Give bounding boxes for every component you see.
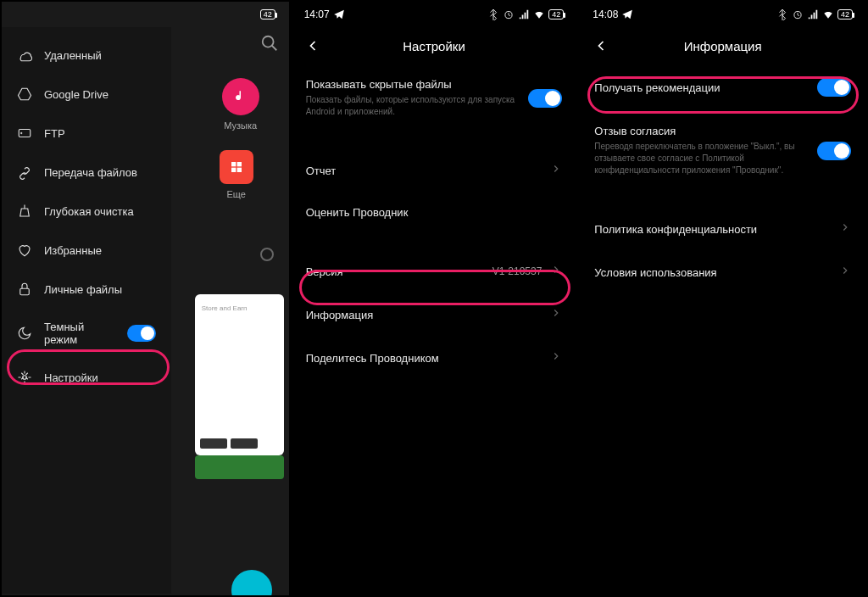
settings-list: Показывать скрытые файлы Показать файлы,… bbox=[291, 64, 578, 380]
row-version[interactable]: Версия V1-210537 bbox=[306, 250, 563, 293]
svg-rect-7 bbox=[236, 162, 241, 166]
action-button[interactable] bbox=[195, 455, 284, 479]
moon-icon bbox=[17, 326, 32, 341]
svg-point-5 bbox=[262, 36, 273, 47]
consent-toggle[interactable] bbox=[817, 142, 851, 160]
chevron-right-icon bbox=[550, 163, 562, 178]
ftp-icon bbox=[17, 126, 32, 141]
promo-card[interactable]: Store and Earn bbox=[195, 294, 284, 455]
back-button[interactable] bbox=[593, 37, 609, 54]
header: Информация bbox=[579, 27, 866, 64]
cloud-icon bbox=[17, 47, 32, 63]
phone-2: 14:07 42 Настройки Показывать скрытые фа… bbox=[291, 2, 578, 595]
drawer-item-darkmode[interactable]: Темный режим bbox=[2, 309, 171, 358]
chevron-right-icon bbox=[550, 264, 562, 279]
drawer-label: Темный режим bbox=[44, 321, 115, 346]
alarm-icon bbox=[792, 8, 804, 20]
drawer-item-private[interactable]: Личные файлы bbox=[2, 270, 171, 309]
drawer-item-ftp[interactable]: FTP bbox=[2, 114, 171, 153]
status-bar: 14:08 42 bbox=[579, 2, 866, 27]
drawer-item-remote[interactable]: Удаленный bbox=[2, 36, 171, 75]
phone-3: 14:08 42 Информация Получать рекомендаци… bbox=[579, 2, 866, 595]
category-music[interactable]: Музыка bbox=[222, 78, 259, 131]
category-label: Музыка bbox=[224, 120, 257, 131]
category-more[interactable]: Еще bbox=[220, 150, 253, 199]
alarm-icon bbox=[503, 8, 515, 20]
row-title: Условия использования bbox=[594, 266, 839, 279]
drawer-menu: Удаленный Google Drive FTP Передача файл… bbox=[2, 27, 171, 594]
row-terms[interactable]: Условия использования bbox=[594, 251, 851, 294]
row-info[interactable]: Информация bbox=[306, 293, 563, 337]
svg-point-2 bbox=[21, 132, 23, 134]
gear-icon bbox=[17, 370, 32, 385]
darkmode-toggle[interactable] bbox=[127, 325, 156, 342]
status-bar: 14:07 42 bbox=[291, 2, 578, 27]
back-button[interactable] bbox=[304, 37, 321, 54]
battery-indicator: 42 bbox=[548, 9, 564, 20]
link-icon bbox=[17, 165, 32, 180]
settings-list: Получать рекомендации Отзыв согласия Пер… bbox=[579, 64, 866, 294]
signal-icon bbox=[807, 8, 819, 20]
telegram-icon bbox=[621, 8, 633, 20]
row-recommendations[interactable]: Получать рекомендации bbox=[594, 64, 851, 111]
chevron-right-icon bbox=[550, 350, 562, 365]
drawer-item-transfer[interactable]: Передача файлов bbox=[2, 153, 171, 192]
drawer-label: Настройки bbox=[44, 371, 98, 384]
clock: 14:07 bbox=[304, 8, 330, 20]
drawer-label: Удаленный bbox=[44, 49, 102, 62]
more-icon bbox=[220, 150, 253, 184]
row-title: Версия bbox=[306, 265, 492, 278]
store-badge bbox=[231, 438, 258, 449]
row-share[interactable]: Поделитесь Проводником bbox=[306, 337, 563, 380]
row-report[interactable]: Отчет bbox=[306, 149, 563, 192]
chevron-right-icon bbox=[839, 265, 851, 280]
row-consent[interactable]: Отзыв согласия Переводя переключатель в … bbox=[594, 111, 851, 191]
battery-indicator: 42 bbox=[837, 9, 853, 20]
row-title: Поделитесь Проводником bbox=[306, 352, 551, 365]
row-title: Отчет bbox=[306, 165, 551, 177]
row-privacy[interactable]: Политика конфиденциальности bbox=[594, 208, 851, 251]
row-title: Отзыв согласия bbox=[594, 125, 817, 137]
gdrive-icon bbox=[17, 86, 32, 102]
drawer-label: Глубокая очистка bbox=[44, 205, 134, 218]
radio-indicator bbox=[260, 248, 274, 261]
chevron-left-icon bbox=[304, 37, 321, 54]
page-title: Информация bbox=[684, 39, 762, 53]
chevron-right-icon bbox=[550, 307, 562, 322]
drawer-item-settings[interactable]: Настройки bbox=[2, 358, 171, 397]
drawer-item-favorites[interactable]: Избранные bbox=[2, 231, 171, 270]
chevron-right-icon bbox=[839, 221, 851, 237]
svg-rect-6 bbox=[231, 162, 236, 166]
bluetooth-icon bbox=[776, 8, 788, 20]
drawer-label: FTP bbox=[44, 127, 65, 140]
wifi-icon bbox=[822, 8, 834, 20]
page-title: Настройки bbox=[403, 39, 465, 53]
row-hidden-files[interactable]: Показывать скрытые файлы Показать файлы,… bbox=[306, 64, 563, 132]
drawer-label: Передача файлов bbox=[44, 166, 137, 179]
version-value: V1-210537 bbox=[492, 265, 542, 277]
row-subtitle: Показать файлы, которые используются для… bbox=[306, 94, 529, 118]
fab-button[interactable] bbox=[231, 570, 272, 595]
row-title: Информация bbox=[306, 309, 551, 321]
category-label: Еще bbox=[226, 189, 245, 199]
row-rate[interactable]: Оценить Проводник bbox=[306, 192, 563, 233]
phone-1: 14:07 42 Удаленный Google Drive FTP bbox=[2, 2, 289, 595]
drawer-label: Личные файлы bbox=[44, 283, 122, 296]
svg-rect-8 bbox=[231, 168, 236, 172]
row-subtitle: Переводя переключатель в положение "Выкл… bbox=[594, 141, 817, 176]
svg-rect-3 bbox=[20, 288, 30, 295]
wifi-icon bbox=[533, 8, 545, 20]
search-icon bbox=[260, 34, 279, 53]
music-icon bbox=[222, 78, 259, 115]
row-title: Показывать скрытые файлы bbox=[306, 78, 529, 91]
recommendations-toggle[interactable] bbox=[817, 78, 851, 97]
clock: 14:08 bbox=[593, 8, 618, 20]
signal-icon bbox=[518, 8, 530, 20]
battery-indicator: 42 bbox=[260, 9, 275, 20]
row-title: Политика конфиденциальности bbox=[594, 223, 839, 236]
drawer-item-gdrive[interactable]: Google Drive bbox=[2, 75, 171, 114]
search-button[interactable] bbox=[260, 34, 279, 56]
main-content: Музыка Еще Store and Earn bbox=[171, 27, 289, 594]
drawer-item-cleanup[interactable]: Глубокая очистка bbox=[2, 192, 171, 231]
hidden-files-toggle[interactable] bbox=[528, 89, 562, 108]
